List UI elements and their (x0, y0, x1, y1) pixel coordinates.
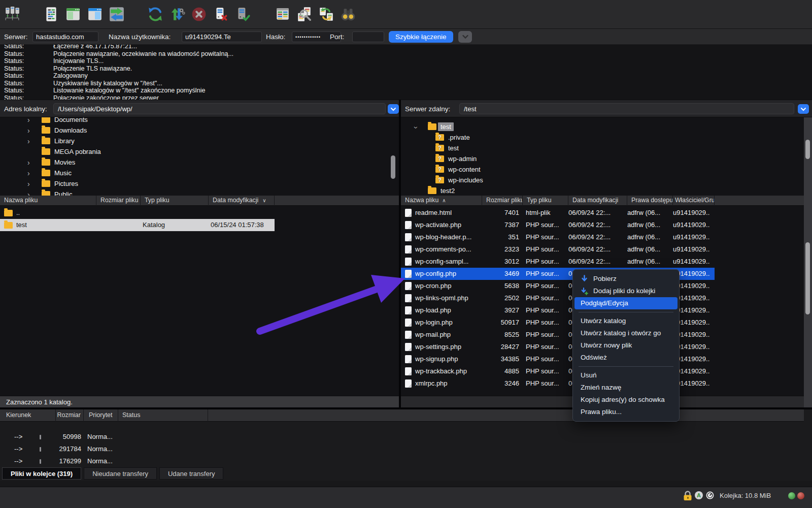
menu-item-copy-urls[interactable]: Kopiuj adres(y) do schowka (573, 394, 679, 406)
tree-expander-icon[interactable] (27, 117, 42, 124)
file-icon (405, 245, 412, 253)
queue-row[interactable]: --> 291784 Norma... (0, 443, 113, 455)
local-tree-item[interactable]: Music (0, 168, 399, 178)
log-status-label: Status: (0, 65, 53, 73)
local-address-dropdown-button[interactable] (388, 104, 399, 114)
local-tree-item[interactable]: Public (0, 189, 399, 196)
port-input[interactable] (352, 31, 384, 42)
menu-item-download[interactable]: Pobierz (573, 273, 679, 285)
column-header-date[interactable]: Data modyfikacji (209, 196, 275, 206)
toggle-queue-button[interactable] (109, 6, 125, 22)
remote-file-row[interactable]: wp-activate.php 7387 PHP sour... 06/09/2… (401, 219, 715, 231)
lock-icon[interactable] (682, 491, 693, 501)
local-tree-item[interactable]: Movies (0, 157, 399, 168)
remote-tree-scrollbar-thumb[interactable] (805, 140, 810, 159)
tree-expander-icon[interactable] (415, 123, 428, 131)
ascii-mode-icon[interactable]: A (694, 491, 703, 500)
toggle-local-tree-button[interactable] (65, 6, 81, 22)
menu-item-view-edit[interactable]: Podgląd/Edycja (574, 297, 678, 309)
site-manager-button[interactable] (4, 6, 20, 22)
remote-tree-item[interactable]: test (401, 121, 804, 132)
local-tree-item[interactable]: Pictures (0, 178, 399, 189)
column-header-name[interactable]: Nazwa pliku (0, 196, 96, 206)
menu-item-delete[interactable]: Usuń (573, 369, 679, 382)
remote-file-row[interactable]: wp-config-sampl... 3012 PHP sour... 06/0… (401, 256, 715, 268)
menu-item-refresh[interactable]: Odśwież (573, 352, 679, 364)
remote-tree-item[interactable]: .private (401, 132, 804, 143)
process-queue-button[interactable] (169, 6, 185, 22)
speed-limit-icon[interactable] (705, 491, 715, 500)
queue-row[interactable]: --> 176299 Norma... (0, 455, 113, 467)
reconnect-icon (234, 6, 251, 22)
menu-item-create-new-file[interactable]: Utwórz nowy plik (573, 339, 679, 352)
quickconnect-dropdown-button[interactable] (458, 31, 472, 43)
folder-icon (435, 177, 444, 183)
queue-column-priority[interactable]: Priorytet (84, 409, 118, 422)
remote-tree-item[interactable]: test (401, 143, 804, 153)
file-size: 5638 (482, 280, 523, 292)
filter-button[interactable] (275, 6, 291, 22)
menu-item-label: Pobierz (593, 275, 617, 282)
server-input[interactable] (32, 31, 98, 42)
column-header-size[interactable]: Rozmiar pliku (96, 196, 141, 206)
remote-file-row[interactable]: wp-blog-header.p... 351 PHP sour... 06/0… (401, 231, 715, 243)
find-files-button[interactable] (340, 6, 356, 22)
remote-file-row[interactable]: wp-comments-po... 2323 PHP sour... 06/09… (401, 243, 715, 256)
menu-item-create-directory[interactable]: Utwórz katalog (573, 315, 679, 327)
local-tree-item[interactable]: Downloads (0, 125, 399, 136)
tree-expander-icon[interactable] (27, 126, 42, 135)
file-icon (405, 367, 412, 375)
column-header-date[interactable]: Data modyfikacji (568, 196, 627, 206)
queue-column-size[interactable]: Rozmiar (56, 409, 84, 422)
local-tree-scrollbar-thumb[interactable] (391, 155, 395, 179)
local-tree-item[interactable]: Documents (0, 117, 399, 125)
remote-tree-item[interactable]: wp-includes (401, 175, 804, 185)
column-header-perms[interactable]: Prawa dostępu (627, 196, 673, 206)
remote-tree-item[interactable]: test2 (401, 185, 804, 196)
column-header-size[interactable]: Rozmiar pliku (482, 196, 523, 206)
queue-column-direction[interactable]: Kierunek (0, 409, 56, 422)
tree-expander-icon[interactable] (27, 158, 42, 167)
column-header-name[interactable]: Nazwa pliku (401, 196, 482, 206)
tab-successful-transfers[interactable]: Udane transfery (159, 467, 224, 480)
remote-address-input[interactable] (459, 103, 794, 114)
menu-item-rename[interactable]: Zmień nazwę (573, 382, 679, 394)
column-header-type[interactable]: Typ pliku (141, 196, 209, 206)
local-tree-item[interactable]: MEGA pobrania (0, 146, 399, 157)
quickconnect-button[interactable]: Szybkie łączenie (389, 31, 453, 43)
queue-row[interactable]: --> 50998 Norma... (0, 431, 113, 443)
local-file-row[interactable]: .. (0, 207, 275, 219)
menu-item-add-to-queue[interactable]: Dodaj pliki do kolejki (573, 285, 679, 297)
tree-expander-icon[interactable] (27, 137, 42, 145)
reconnect-button[interactable] (234, 6, 251, 22)
column-header-type[interactable]: Typ pliku (523, 196, 568, 206)
tab-failed-transfers[interactable]: Nieudane transfery (84, 467, 157, 480)
remote-list-scrollbar-thumb[interactable] (805, 242, 810, 314)
toggle-remote-tree-button[interactable] (87, 6, 103, 22)
menu-item-label: Odśwież (581, 354, 607, 361)
cancel-button[interactable] (191, 6, 207, 22)
local-address-input[interactable] (53, 103, 386, 114)
username-input[interactable] (182, 31, 262, 42)
remote-file-row[interactable]: readme.html 7401 html-plik 06/09/24 22:.… (401, 207, 715, 219)
toggle-message-log-button[interactable] (43, 6, 59, 22)
tree-expander-icon[interactable] (27, 190, 42, 196)
refresh-button[interactable] (147, 6, 163, 22)
tree-expander-icon[interactable] (27, 169, 42, 177)
vertical-splitter[interactable] (399, 100, 401, 409)
menu-item-create-directory-and-enter[interactable]: Utwórz katalog i otwórz go (573, 327, 679, 339)
remote-tree-item[interactable]: wp-content (401, 164, 804, 175)
remote-address-dropdown-button[interactable] (798, 104, 809, 114)
column-header-owner[interactable]: Właściciel/Grup (673, 196, 715, 206)
disconnect-button[interactable] (213, 6, 229, 22)
queue-column-status[interactable]: Status (118, 409, 208, 422)
file-owner: u91419029.. (673, 243, 715, 256)
local-file-row[interactable]: test Katalog 06/15/24 01:57:38 (0, 219, 275, 231)
compare-directories-button[interactable] (296, 6, 313, 22)
local-tree-item[interactable]: Library (0, 136, 399, 146)
tab-queued-files[interactable]: Pliki w kolejce (319) (2, 467, 81, 480)
remote-tree-item[interactable]: wp-admin (401, 153, 804, 164)
synchronized-browsing-button[interactable] (318, 6, 334, 22)
tree-expander-icon[interactable] (27, 180, 42, 188)
menu-item-file-permissions[interactable]: Prawa pliku... (573, 406, 679, 418)
